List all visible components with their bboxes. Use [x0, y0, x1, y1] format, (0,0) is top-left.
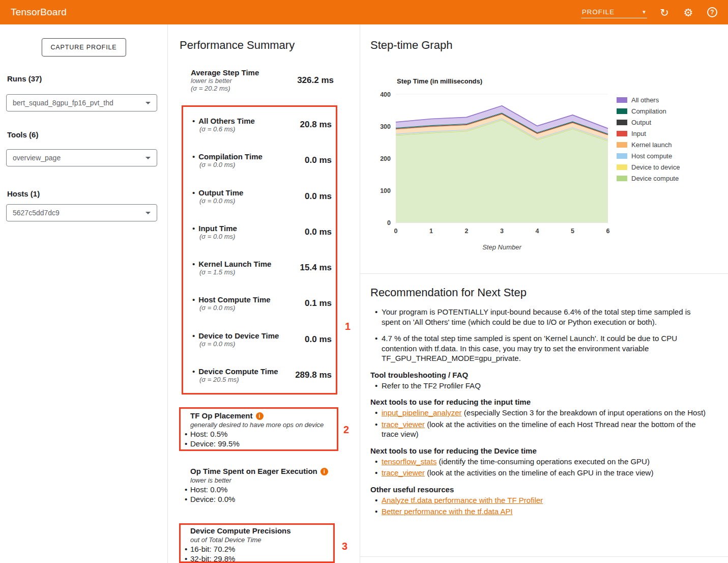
recommendation-item: trace_viewer (look at the activities on … — [382, 468, 711, 478]
bullet-icon: • — [192, 260, 195, 268]
metric-label: •Compilation Time — [192, 152, 263, 161]
svg-text:5: 5 — [571, 228, 574, 235]
tf-op-placement-list: Host: 0.5%Device: 99.5% — [185, 429, 334, 448]
legend-item: Kernel launch — [617, 142, 680, 148]
legend-swatch — [617, 142, 627, 148]
info-icon[interactable]: i — [321, 468, 328, 475]
recommendation-heading: Tool troubleshooting / FAQ — [370, 371, 711, 379]
metric-note: lower is better — [191, 77, 259, 85]
recommendation-list: tensorflow_stats (identify the time-cons… — [370, 457, 711, 478]
svg-text:1: 1 — [429, 228, 433, 235]
recommendation-statement: 4.7 % of the total step time sampled is … — [382, 333, 711, 363]
help-icon: ? — [707, 7, 717, 17]
metric-sigma: (σ = 20.5 ms) — [192, 376, 278, 383]
metric-sigma: (σ = 0.6 ms) — [192, 125, 255, 133]
recommendation-list: Analyze tf.data performance with the TF … — [370, 495, 711, 517]
metric-label: •All Others Time — [192, 117, 255, 125]
legend-swatch — [617, 164, 627, 170]
dashboard-select[interactable]: PROFILE ▾ — [581, 6, 647, 18]
legend-label: Compilation — [631, 107, 666, 115]
metric-row: •Output Time(σ = 0.0 ms)0.0 ms — [192, 179, 332, 214]
device-compute-precisions-note: out of Total Device Time — [190, 536, 330, 544]
legend-swatch — [617, 153, 627, 159]
capture-profile-button[interactable]: CAPTURE PROFILE — [41, 38, 126, 57]
recommendation-link[interactable]: Analyze tf.data performance with the TF … — [382, 496, 543, 504]
metric-label: •Device to Device Time — [192, 331, 279, 340]
eager-execution-block: Op Time Spent on Eager Executioni lower … — [181, 467, 333, 504]
device-compute-precisions-list: 16-bit: 70.2%32-bit: 29.8% — [185, 544, 330, 563]
bullet-icon: • — [192, 331, 195, 340]
svg-text:200: 200 — [380, 155, 391, 162]
annotation-number-1: 1 — [345, 321, 351, 332]
gear-icon: ⚙ — [684, 7, 693, 18]
metric-sigma: (σ = 0.0 ms) — [192, 233, 237, 240]
list-item: Host: 0.0% — [185, 485, 333, 494]
legend-swatch — [617, 97, 627, 103]
legend-item: Output — [617, 119, 680, 125]
bullet-icon: • — [192, 224, 195, 233]
legend-item: Host compute — [617, 153, 680, 159]
runs-select[interactable]: bert_squad_8gpu_fp16_pvt_thd — [6, 94, 157, 111]
annotation-box-1: •All Others Time(σ = 0.6 ms)20.8 ms•Comp… — [182, 105, 337, 395]
chart-title: Step Time (in milliseconds) — [397, 77, 482, 85]
tf-op-placement-title: TF Op Placement — [190, 411, 253, 420]
metric-value: 289.8 ms — [295, 370, 332, 380]
metric-row: •All Others Time(σ = 0.6 ms)20.8 ms — [192, 107, 332, 143]
runs-select-value: bert_squad_8gpu_fp16_pvt_thd — [13, 99, 145, 107]
annotation-number-2: 2 — [343, 424, 349, 436]
step-time-graph-title: Step-time Graph — [370, 39, 452, 52]
runs-label: Runs (37) — [7, 74, 42, 83]
annotation-number-3: 3 — [342, 541, 347, 552]
chevron-down-icon — [145, 157, 151, 159]
recommendation-link[interactable]: tensorflow_stats — [382, 457, 436, 466]
app-header: TensorBoard PROFILE ▾ ↻ ⚙ ? — [0, 0, 728, 24]
metric-value: 326.2 ms — [297, 75, 334, 86]
recommendation-item: Refer to the TF2 Profiler FAQ — [382, 381, 711, 391]
info-icon[interactable]: i — [256, 412, 264, 420]
metric-label: •Output Time — [192, 188, 243, 197]
performance-summary-panel: Performance Summary Average Step Time lo… — [168, 24, 360, 563]
dashboard-select-value: PROFILE — [582, 8, 615, 16]
tools-label: Tools (6) — [7, 130, 38, 139]
recommendation-link[interactable]: Better performance with the tf.data API — [382, 507, 513, 516]
app-title: TensorBoard — [11, 7, 67, 18]
metric-row: •Device Compute Time(σ = 20.5 ms)289.8 m… — [192, 357, 332, 393]
recommendation-link[interactable]: input_pipeline_analyzer — [382, 408, 462, 417]
tools-select[interactable]: overview_page — [6, 149, 157, 166]
recommendation-item: Better performance with the tf.data API — [382, 506, 711, 517]
settings-button[interactable]: ⚙ — [682, 6, 695, 19]
step-time-graph-panel: Step-time Graph Step Time (in millisecon… — [360, 24, 728, 563]
bullet-icon: • — [192, 117, 195, 125]
metric-value: 0.0 ms — [305, 227, 332, 237]
recommendation-heading: Other useful resources — [370, 485, 711, 494]
hosts-select[interactable]: 5627c5dd7dc9 — [6, 204, 157, 221]
metric-value: 0.0 ms — [305, 191, 332, 202]
legend-swatch — [617, 108, 627, 114]
chart-legend: All othersCompilationOutputInputKernel l… — [617, 97, 680, 181]
metric-sigma: (σ = 0.0 ms) — [192, 197, 243, 205]
help-button[interactable]: ? — [706, 6, 719, 19]
metric-label: •Host Compute Time — [192, 295, 271, 304]
tools-select-value: overview_page — [13, 154, 145, 162]
list-item: 16-bit: 70.2% — [185, 544, 330, 554]
metric-sigma: (σ = 20.2 ms) — [191, 85, 259, 92]
average-step-time-metric: Average Step Time lower is better (σ = 2… — [191, 68, 334, 92]
recommendation-heading: Next tools to use for reducing the input… — [370, 398, 711, 406]
refresh-button[interactable]: ↻ — [658, 6, 671, 19]
legend-label: Host compute — [631, 152, 672, 160]
metric-label: •Kernel Launch Time — [192, 260, 271, 268]
metric-label: •Input Time — [192, 224, 237, 233]
metric-row: •Device to Device Time(σ = 0.0 ms)0.0 ms — [192, 322, 332, 357]
recommendation-link[interactable]: trace_viewer — [382, 468, 425, 477]
metric-label: Average Step Time — [191, 68, 259, 77]
annotation-box-2: TF Op Placementi generally desired to ha… — [179, 407, 338, 451]
step-time-chart: 01002003004000123456Step Number — [370, 87, 620, 262]
legend-swatch — [617, 176, 627, 181]
svg-text:300: 300 — [380, 123, 391, 130]
svg-text:Step Number: Step Number — [482, 243, 521, 251]
recommendation-link[interactable]: trace_viewer — [382, 420, 425, 429]
svg-text:6: 6 — [606, 228, 610, 235]
refresh-icon: ↻ — [660, 7, 669, 18]
legend-label: Device compute — [631, 175, 679, 182]
legend-item: Input — [617, 130, 680, 136]
